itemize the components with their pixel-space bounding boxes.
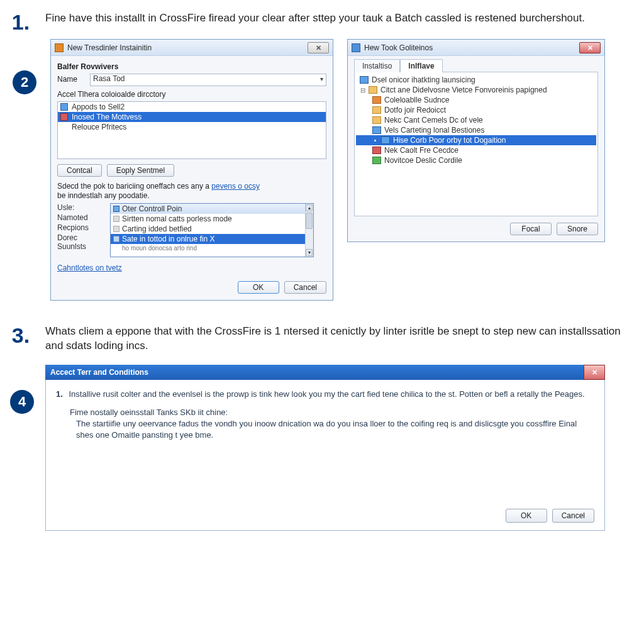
scroll-thumb[interactable] <box>306 213 313 229</box>
node-icon <box>360 76 369 84</box>
tab-instaltiso[interactable]: Instaltiso <box>354 59 400 72</box>
namoted-label: Namoted <box>57 213 106 222</box>
dropdown-item[interactable]: Sirtten nomal catts porless mode <box>111 214 313 224</box>
contcal-button[interactable]: Contcal <box>57 164 102 177</box>
tree-item[interactable]: Dotfo joir Redoicct <box>356 105 596 115</box>
tree-item[interactable]: Coleloablle Sudnce <box>356 95 596 105</box>
tree-item[interactable]: Nekc Cant Cemels Dc of vele <box>356 115 596 125</box>
terms-item-number: 1. <box>56 389 63 399</box>
tools-titlebar: Hew Took Goliteinos ✕ <box>348 40 604 56</box>
terms-paragraph: 1. Installive rusit colter and the evenl… <box>56 389 594 400</box>
option-icon <box>113 226 119 232</box>
tree-item[interactable]: Dsel onicor ihatkting launsicing <box>356 75 596 85</box>
usle-label: Usle: <box>57 203 106 212</box>
installer-title-icon <box>55 43 64 52</box>
option-icon <box>113 236 119 242</box>
collapse-icon[interactable]: ⊟ <box>360 87 365 94</box>
tree-item[interactable]: ⊟ Citct ane Didelvosne Vietce Fonvoreini… <box>356 85 596 95</box>
installer-titlebar: New Tresdinler Instainitin ✕ <box>51 40 333 56</box>
scrollbar[interactable]: ▴ ▾ <box>305 204 313 257</box>
list-item[interactable]: Relouce Pfritecs <box>58 122 326 132</box>
snare-button[interactable]: Snore <box>557 223 598 235</box>
dorec-label: Dorec Suunlsts <box>57 233 106 251</box>
tree-item[interactable]: Nek Caolt Fre Cecdce <box>356 145 596 155</box>
node-icon <box>372 157 381 164</box>
directory-label: Accel Tlhera coloioalde dircctory <box>57 90 326 99</box>
tab-inflave[interactable]: lnlflave <box>400 59 442 72</box>
step-1-number: 1. <box>8 11 34 33</box>
step-1-text: Fine have this installt in CrossFire fir… <box>45 11 585 26</box>
cancel-button[interactable]: Cancel <box>552 509 594 523</box>
recpions-label: Recpions <box>57 223 106 232</box>
step-3-number: 3. <box>8 325 34 346</box>
footer-link[interactable]: Cahntlotes on tvetz <box>57 264 326 272</box>
step-4-badge: 4 <box>10 390 34 414</box>
tree-item[interactable]: Novitcoe Deslic Cordile <box>356 155 596 165</box>
tools-title-icon <box>352 43 360 52</box>
tree-item[interactable]: • Hise Corb Poor orby tot Dogaition <box>356 135 596 145</box>
bullet-icon: • <box>372 137 378 144</box>
installer-title: New Tresdinler Instainitin <box>67 43 152 52</box>
close-icon[interactable]: ✕ <box>584 365 605 380</box>
step-3-text: Whats cliem a eppone that with the Cross… <box>45 325 624 353</box>
terms-paragraph: Fime nostally oeinsstall Tanks SKb iit c… <box>56 407 594 440</box>
terms-dialog: Accect Terr and Conditions ✕ 1. Installi… <box>45 365 605 531</box>
name-combo[interactable]: Rasa Tod <box>90 74 326 86</box>
close-icon[interactable]: ✕ <box>308 42 329 53</box>
instruction-link[interactable]: pevens o ocsy <box>211 182 260 191</box>
node-icon <box>372 147 381 154</box>
tools-title: Hew Took Goliteinos <box>364 43 433 52</box>
cancel-button[interactable]: Cancel <box>284 281 326 294</box>
list-item[interactable]: Inosed The Mottvess <box>58 112 326 122</box>
name-value: Rasa Tod <box>93 74 125 83</box>
close-icon[interactable]: ✕ <box>579 42 601 53</box>
terms-titlebar: Accect Terr and Conditions <box>45 365 584 380</box>
node-icon <box>372 126 381 134</box>
section-heading: Balfer Rovwivers <box>57 62 326 71</box>
option-icon <box>113 216 119 222</box>
option-icon <box>113 206 119 212</box>
folder-icon <box>372 116 381 124</box>
installer-dialog: New Tresdinler Instainitin ✕ Balfer Rovw… <box>50 39 333 301</box>
instruction-text: Sdecd the pok to bariciing oneffach ces … <box>57 182 326 201</box>
tools-dialog: Hew Took Goliteinos ✕ Instaltiso lnlflav… <box>347 39 605 242</box>
tree-view[interactable]: Dsel onicor ihatkting launsicing ⊟ Citct… <box>354 72 598 216</box>
step-2-badge: 2 <box>13 70 36 94</box>
ok-button[interactable]: OK <box>506 509 547 523</box>
folder-icon <box>372 106 381 114</box>
dropdown-item[interactable]: Carting idded betfied <box>111 224 313 234</box>
node-icon <box>381 136 390 144</box>
dropdown-item[interactable]: Sate in tottod in onlrue fin X <box>111 234 313 244</box>
tree-item[interactable]: Vels Carteting lonal Bestiones <box>356 125 596 135</box>
folder-icon <box>369 86 377 94</box>
scroll-down-icon[interactable]: ▾ <box>306 249 313 256</box>
usle-dropdown[interactable]: Oter Controll Poin ▾ Sirtten nomal catts… <box>110 203 314 257</box>
list-item[interactable]: Appods to Sell2 <box>58 102 326 112</box>
name-label: Name <box>57 75 86 84</box>
ok-button[interactable]: OK <box>238 281 279 294</box>
file-icon <box>60 113 68 121</box>
focal-button[interactable]: Focal <box>510 223 552 235</box>
step-1: 1. Fine have this installt in CrossFire … <box>8 11 636 33</box>
dropdown-item[interactable]: ho moun donocsa arto rind <box>111 244 313 252</box>
node-icon <box>372 96 381 104</box>
terms-title: Accect Terr and Conditions <box>50 368 148 377</box>
eoply-button[interactable]: Eoply Sentmel <box>107 164 174 177</box>
file-icon <box>60 103 68 111</box>
dropdown-item[interactable]: Oter Controll Poin ▾ <box>111 204 313 214</box>
scroll-up-icon[interactable]: ▴ <box>306 204 313 211</box>
directory-list[interactable]: Appods to Sell2 Inosed The Mottvess Relo… <box>57 101 326 159</box>
step-3: 3. Whats cliem a eppone that with the Cr… <box>8 325 636 353</box>
